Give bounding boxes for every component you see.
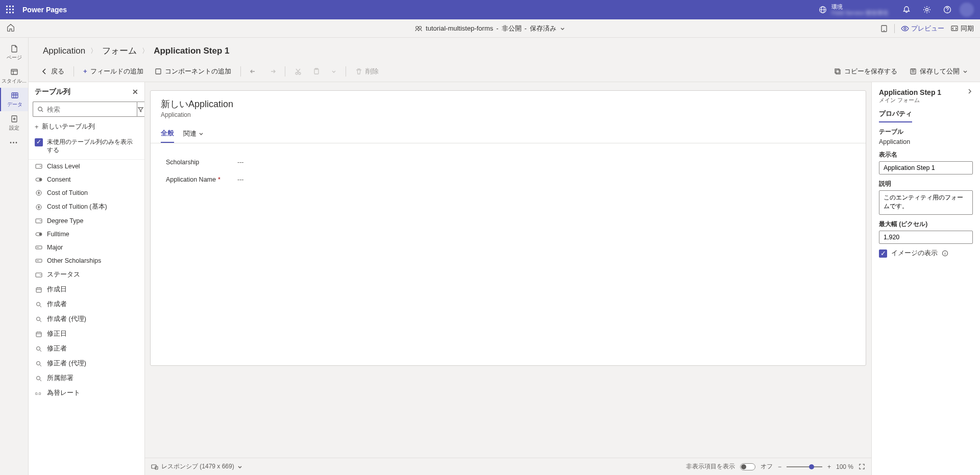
environment-picker[interactable]: 環境Field Service 開発環境 (818, 4, 888, 16)
svg-rect-33 (36, 288, 41, 292)
max-width-input[interactable] (879, 231, 973, 244)
show-image-checkbox[interactable]: ✓ (879, 249, 887, 258)
column-item[interactable]: Cost of Tuition (29, 186, 144, 199)
preview-button[interactable]: プレビュー (901, 24, 944, 33)
svg-point-39 (37, 376, 40, 380)
form-field[interactable]: Application Name*--- (166, 171, 850, 188)
user-avatar[interactable] (960, 3, 974, 17)
nav-settings[interactable]: 設定 (0, 111, 28, 135)
hidden-items-label: 非表示項目を表示 (686, 462, 735, 471)
column-item[interactable]: Major (29, 241, 144, 254)
description-input[interactable] (879, 190, 973, 215)
app-title: Power Pages (22, 6, 67, 14)
column-item[interactable]: 修正日 (29, 327, 144, 341)
nav-pages[interactable]: ページ (0, 41, 28, 64)
column-item[interactable]: 作成者 (代理) (29, 312, 144, 327)
column-item[interactable]: 作成者 (29, 297, 144, 312)
column-item[interactable]: Fulltime (29, 228, 144, 241)
column-item[interactable]: 修正者 (代理) (29, 356, 144, 371)
svg-point-38 (37, 361, 40, 365)
svg-rect-11 (12, 116, 17, 122)
column-item[interactable]: Other Scholarships (29, 254, 144, 267)
svg-point-35 (37, 317, 40, 320)
search-input[interactable] (33, 102, 137, 117)
tablet-icon[interactable] (880, 24, 888, 33)
site-name: tutorial-multistep-forms (426, 24, 493, 32)
crumb-application[interactable]: Application (43, 46, 85, 56)
add-field-button[interactable]: +フィールドの追加 (79, 64, 148, 79)
help-icon[interactable] (939, 2, 955, 18)
form-subtitle: Application (161, 111, 855, 118)
notifications-icon[interactable] (898, 2, 915, 18)
info-icon[interactable] (942, 250, 948, 257)
column-item[interactable]: 修正者 (29, 341, 144, 356)
svg-point-37 (37, 346, 40, 350)
cut-button (290, 65, 306, 78)
undo-button[interactable] (246, 65, 261, 78)
column-item[interactable]: 0.0為替レート (29, 386, 144, 401)
unused-only-checkbox[interactable]: ✓ (35, 138, 43, 146)
site-visibility: 非公開 (502, 24, 522, 33)
env-name: Field Service 開発環境 (831, 10, 888, 16)
nav-style[interactable]: スタイル... (0, 64, 28, 88)
column-item[interactable]: 作成日 (29, 282, 144, 297)
filter-button[interactable] (137, 102, 145, 117)
column-item[interactable]: 所属部署 (29, 371, 144, 386)
crumb-forms[interactable]: フォーム (102, 45, 137, 57)
unused-only-label: 未使用のテーブル列のみを表示する (47, 138, 138, 154)
column-item[interactable]: Cost of Tuition (基本) (29, 199, 144, 214)
column-item[interactable]: Degree Type (29, 214, 144, 228)
search-icon (37, 106, 44, 113)
zoom-slider[interactable] (787, 466, 822, 467)
table-value: Application (879, 138, 973, 145)
responsive-indicator[interactable]: レスポンシブ (1479 x 669) (151, 462, 242, 471)
form-title: 新しいApplication (161, 98, 855, 110)
show-image-label: イメージの表示 (891, 249, 938, 258)
home-icon[interactable] (6, 23, 15, 34)
settings-icon[interactable] (919, 2, 935, 18)
hidden-items-toggle[interactable] (740, 463, 755, 470)
svg-point-2 (926, 9, 928, 11)
table-columns-panel: テーブル列 ✕ +新しいテーブル列 ✓ 未使用のテーブル列のみを表示する Cla… (29, 82, 145, 475)
properties-panel: Application Step 1 メイン フォーム プロパティ テーブル A… (871, 82, 980, 475)
delete-button: 削除 (351, 64, 383, 79)
tab-general[interactable]: 全般 (161, 126, 174, 143)
new-column-button[interactable]: +新しいテーブル列 (29, 117, 144, 136)
back-button[interactable]: 戻る (37, 64, 68, 79)
prop-tab-properties[interactable]: プロパティ (879, 109, 912, 122)
column-item[interactable]: Class Level (29, 160, 144, 173)
close-icon[interactable]: ✕ (132, 88, 138, 96)
display-name-input[interactable] (879, 161, 973, 174)
app-launcher-icon[interactable] (6, 6, 14, 14)
zoom-in[interactable]: + (827, 463, 831, 470)
svg-text:0.0: 0.0 (35, 391, 41, 396)
svg-rect-36 (36, 332, 41, 337)
svg-point-12 (13, 118, 15, 120)
save-copy-button[interactable]: コピーを保存する (830, 64, 901, 79)
svg-rect-18 (835, 69, 839, 73)
site-icon (414, 24, 423, 33)
chevron-down-icon[interactable] (559, 26, 566, 32)
form-card[interactable]: 新しいApplication Application 全般 関連 Scholar… (150, 90, 866, 366)
svg-point-14 (296, 72, 298, 74)
chevron-right-icon[interactable] (967, 88, 973, 94)
crumb-current: Application Step 1 (154, 46, 229, 56)
status-bar: レスポンシブ (1479 x 669) 非表示項目を表示 オフ − + 100 … (145, 458, 871, 475)
tab-related[interactable]: 関連 (183, 126, 204, 143)
toggle-off-label: オフ (761, 462, 773, 471)
nav-more[interactable]: ••• (0, 135, 28, 150)
add-component-button[interactable]: コンポーネントの追加 (151, 64, 235, 79)
globe-icon (818, 5, 827, 14)
responsive-icon (151, 463, 158, 470)
column-item[interactable]: Consent (29, 173, 144, 186)
table-label: テーブル (879, 128, 973, 136)
command-bar: 戻る +フィールドの追加 コンポーネントの追加 削除 コピーを保存する 保存して… (29, 61, 980, 82)
nav-data[interactable]: データ (0, 88, 28, 111)
column-item[interactable]: ステータス (29, 267, 144, 282)
paste-dropdown (327, 66, 340, 77)
form-field[interactable]: Scholarship--- (166, 154, 850, 171)
save-publish-button[interactable]: 保存して公開 (905, 64, 972, 79)
sync-button[interactable]: 同期 (950, 24, 974, 33)
zoom-out[interactable]: − (778, 463, 781, 470)
fit-icon[interactable] (859, 463, 865, 470)
